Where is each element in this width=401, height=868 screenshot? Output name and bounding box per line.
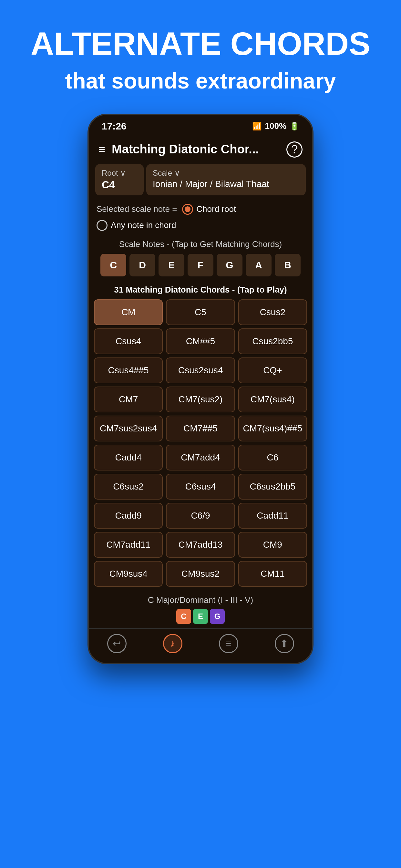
note-chip-g: G [210,609,225,624]
chord-root-radio-inner [185,206,190,212]
chord-button-cm7--5[interactable]: CM7##5 [166,415,235,441]
chord-button-cm11[interactable]: CM11 [238,561,307,587]
chord-button-csus2[interactable]: Csus2 [238,299,307,325]
chord-grid: CMC5Csus2Csus4CM##5Csus2bb5Csus4##5Csus2… [89,299,312,592]
hamburger-menu-button[interactable]: ≡ [98,143,105,156]
battery-status: 100% [265,121,287,131]
phone-container: 17:26 📶 100% 🔋 ≡ Matching Diatonic Chor.… [88,114,313,664]
chord-button-cm7add13[interactable]: CM7add13 [166,532,235,558]
hero-subtitle: that sounds extraordinary [19,68,382,94]
note-button-e[interactable]: E [158,254,184,276]
nav-menu-icon: ≡ [219,634,238,653]
chord-button-csus2sus4[interactable]: Csus2sus4 [166,358,235,383]
note-buttons: CDEFGAB [89,254,312,282]
any-note-option[interactable]: Any note in chord [96,220,176,231]
root-selector[interactable]: Root ∨ C4 [95,164,144,195]
note-button-f[interactable]: F [188,254,213,276]
chord-root-radio[interactable] [182,204,193,215]
radio-prefix: Selected scale note = [96,204,177,214]
app-title: Matching Diatonic Chor... [112,143,286,156]
selector-row: Root ∨ C4 Scale ∨ Ionian / Major / Bilaw… [95,164,306,195]
chord-button-cm[interactable]: CM [94,299,163,325]
note-button-g[interactable]: G [217,254,243,276]
chord-button-cm7-sus4---5[interactable]: CM7(sus4)##5 [238,415,307,441]
chord-button-cm7-sus4-[interactable]: CM7(sus4) [238,386,307,412]
chord-button-cm7add11[interactable]: CM7add11 [94,532,163,558]
chord-button-cm9sus4[interactable]: CM9sus4 [94,561,163,587]
root-label: Root ∨ [102,168,137,178]
help-button[interactable]: ? [286,142,303,158]
chord-button-cm7-sus2-[interactable]: CM7(sus2) [166,386,235,412]
radio-row: Selected scale note = Chord root Any not… [89,198,312,236]
wifi-icon: 📶 [252,122,262,131]
chord-button-c6sus2bb5[interactable]: C6sus2bb5 [238,474,307,500]
note-button-c[interactable]: C [100,254,126,276]
hero-section: ALTERNATE CHORDS that sounds extraordina… [0,0,401,114]
matching-label: 31 Matching Diatonic Chords - (Tap to Pl… [89,282,312,299]
chord-button-csus2bb5[interactable]: Csus2bb5 [238,329,307,354]
chord-button-c6sus2[interactable]: C6sus2 [94,474,163,500]
status-time: 17:26 [102,121,127,132]
any-note-label: Any note in chord [111,220,176,230]
chord-root-label: Chord root [196,204,236,214]
root-value: C4 [102,179,137,191]
chord-button-cm--5[interactable]: CM##5 [166,329,235,354]
nav-share-button[interactable]: ⬆ [275,634,294,653]
note-chip-c: C [176,609,191,624]
chord-button-c6sus4[interactable]: C6sus4 [166,474,235,500]
chord-button-csus4[interactable]: Csus4 [94,329,163,354]
chord-button-cadd11[interactable]: Cadd11 [238,503,307,529]
note-button-d[interactable]: D [129,254,155,276]
chord-info-label: C Major/Dominant (I - III - V) [89,592,312,607]
hero-title: ALTERNATE CHORDS [19,26,382,61]
chord-button-cm9sus2[interactable]: CM9sus2 [166,561,235,587]
bottom-nav: ↩ ♪ ≡ ⬆ [89,628,312,663]
matching-count: 31 [114,285,123,294]
battery-icon: 🔋 [289,122,299,131]
chord-button-cadd4[interactable]: Cadd4 [94,445,163,470]
chord-root-option[interactable]: Chord root [182,204,236,215]
chord-button-c6[interactable]: C6 [238,445,307,470]
top-bar: ≡ Matching Diatonic Chor... ? [89,135,312,164]
nav-menu-button[interactable]: ≡ [219,634,238,653]
chord-button-cq-[interactable]: CQ+ [238,358,307,383]
nav-music-icon: ♪ [163,634,182,653]
any-note-radio[interactable] [96,220,107,231]
status-icons: 📶 100% 🔋 [252,121,300,131]
status-bar: 17:26 📶 100% 🔋 [89,115,312,135]
matching-label-suffix: Matching Diatonic Chords - (Tap to Play) [123,285,287,294]
note-button-b[interactable]: B [275,254,301,276]
nav-share-icon: ⬆ [275,634,294,653]
chord-button-cm9[interactable]: CM9 [238,532,307,558]
nav-back-icon: ↩ [107,634,127,653]
scale-notes-label: Scale Notes - (Tap to Get Matching Chord… [89,236,312,254]
chord-button-c6-9[interactable]: C6/9 [166,503,235,529]
chord-button-csus4--5[interactable]: Csus4##5 [94,358,163,383]
chord-button-c5[interactable]: C5 [166,299,235,325]
scale-value: Ionian / Major / Bilawal Thaat [153,179,299,189]
chord-button-cadd9[interactable]: Cadd9 [94,503,163,529]
scale-selector[interactable]: Scale ∨ Ionian / Major / Bilawal Thaat [146,164,306,195]
nav-music-button[interactable]: ♪ [163,634,182,653]
note-button-a[interactable]: A [246,254,272,276]
note-chip-e: E [193,609,208,624]
chord-button-cm7sus2sus4[interactable]: CM7sus2sus4 [94,415,163,441]
note-chips: C E G [89,607,312,628]
scale-label: Scale ∨ [153,168,299,178]
chord-button-cm7add4[interactable]: CM7add4 [166,445,235,470]
nav-back-button[interactable]: ↩ [107,634,127,653]
chord-button-cm7[interactable]: CM7 [94,386,163,412]
